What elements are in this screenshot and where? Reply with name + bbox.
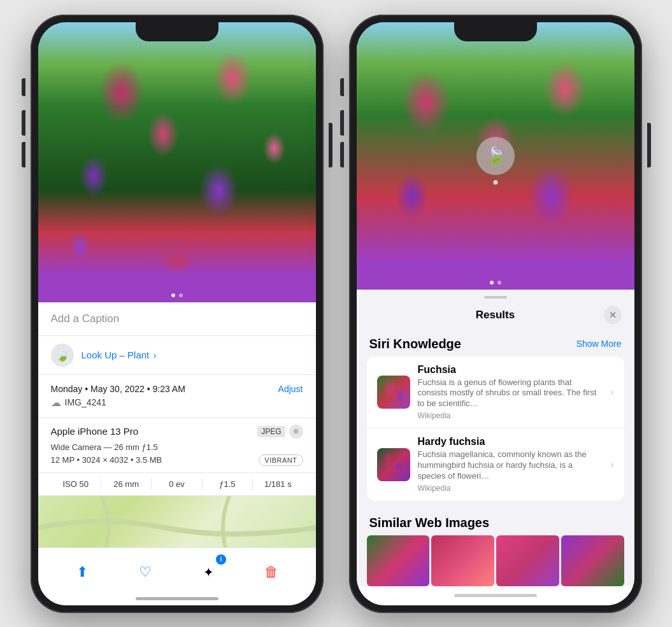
page-dot2-2: [497, 281, 501, 285]
volume-down-button-2[interactable]: [340, 142, 344, 167]
home-bar-2: [454, 594, 537, 597]
close-button[interactable]: ✕: [604, 306, 622, 324]
lookup-text: Look Up – Plant ›: [82, 349, 157, 360]
fuchsia-thumb: [377, 376, 410, 409]
power-button-2[interactable]: [647, 123, 651, 167]
page-dots-2: [357, 281, 634, 285]
filename-text: IMG_4241: [65, 397, 106, 407]
format-badge: JPEG: [257, 426, 285, 437]
lookup-row[interactable]: 🍃 Look Up – Plant ›: [38, 336, 316, 375]
fuchsia-photo: [38, 22, 316, 302]
photo-area: [38, 22, 316, 302]
fuchsia-source: Wikipedia: [418, 411, 603, 420]
notch: [136, 22, 218, 41]
volume-up-button-2[interactable]: [340, 110, 344, 136]
info-badge: i: [216, 554, 226, 565]
siri-knowledge-title: Siri Knowledge: [369, 337, 461, 351]
web-image-3[interactable]: [496, 535, 559, 586]
fuchsia-card[interactable]: Fuchsia Fuchsia is a genus of flowering …: [367, 356, 624, 429]
home-indicator: [136, 597, 218, 600]
volume-down-button[interactable]: [22, 142, 25, 167]
power-button[interactable]: [329, 123, 332, 167]
mute-button[interactable]: [22, 78, 25, 96]
lookup-icon: 🍃: [51, 344, 74, 367]
leaf-lookup-icon: 🍃: [55, 348, 69, 362]
cloud-icon: ☁: [51, 397, 61, 409]
exif-iso: ISO 50: [51, 478, 101, 490]
phone-2: 🍃 Results ✕ Siri Knowledge Sho: [349, 15, 642, 613]
filename-row: ☁ IMG_4241: [51, 397, 303, 409]
page-dot-1: [171, 293, 175, 297]
similar-web-images-section: Similar Web Images: [357, 500, 634, 586]
fuchsia-chevron-icon: ›: [610, 386, 613, 398]
phone2-screen: 🍃 Results ✕ Siri Knowledge Sho: [357, 22, 634, 605]
hardy-thumb-img: [377, 448, 410, 481]
heart-icon: ♡: [139, 564, 152, 581]
mp-info: 12 MP • 3024 × 4032 • 3.5 MB: [51, 455, 162, 465]
caption-area[interactable]: Add a Caption: [38, 302, 316, 336]
device-name: Apple iPhone 13 Pro: [51, 426, 139, 437]
results-sheet: Results ✕ Siri Knowledge Show More Fuchs…: [357, 290, 634, 586]
metadata-section: Monday • May 30, 2022 • 9:23 AM Adjust ☁…: [38, 375, 316, 418]
hardy-content: Hardy fuchsia Fuchsia magellanica, commo…: [418, 436, 603, 493]
fuchsia-content: Fuchsia Fuchsia is a genus of flowering …: [418, 364, 603, 421]
photo-date: Monday • May 30, 2022 • 9:23 AM: [51, 384, 185, 394]
info-button[interactable]: ✦ i: [194, 558, 222, 586]
fuchsia-description: Fuchsia is a genus of flowering plants t…: [418, 377, 603, 410]
web-images-title: Similar Web Images: [369, 516, 490, 530]
knowledge-cards: Fuchsia Fuchsia is a genus of flowering …: [367, 356, 624, 500]
share-button[interactable]: ⬆: [68, 558, 96, 586]
leaf-icon: 🍃: [485, 146, 506, 166]
hardy-description: Fuchsia magellanica, commonly known as t…: [418, 449, 603, 482]
trash-icon: 🗑: [264, 564, 278, 581]
exif-ev: 0 ev: [152, 478, 202, 490]
web-images-header: Similar Web Images: [357, 508, 634, 535]
camera-details: Wide Camera — 26 mm ƒ1.5: [51, 442, 303, 452]
delete-button[interactable]: 🗑: [257, 558, 285, 586]
exif-aperture: ƒ1.5: [203, 478, 253, 490]
phone1-screen: Add a Caption 🍃 Look Up – Plant › Monday…: [38, 22, 316, 605]
map-area[interactable]: [38, 496, 316, 547]
notch-2: [454, 22, 537, 41]
photo2-area: 🍃: [357, 22, 634, 290]
exif-row: ISO 50 26 mm 0 ev ƒ1.5 1/181 s: [38, 473, 316, 496]
web-image-2[interactable]: [431, 535, 494, 586]
hardy-thumb: [377, 448, 410, 481]
show-more-button[interactable]: Show More: [576, 339, 622, 349]
siri-knowledge-header: Siri Knowledge Show More: [357, 329, 634, 356]
fuchsia-title: Fuchsia: [418, 364, 603, 376]
sparkle-icon: ✦: [203, 565, 214, 580]
mute-button-2[interactable]: [340, 78, 344, 96]
exif-shutter: 1/181 s: [253, 478, 303, 490]
sheet-header: Results ✕: [357, 299, 634, 329]
hardy-chevron-icon: ›: [610, 459, 613, 470]
hardy-source: Wikipedia: [418, 484, 603, 493]
web-images-grid: [357, 535, 634, 586]
page-dots: [38, 293, 316, 297]
exif-focal: 26 mm: [101, 478, 152, 490]
lookup-dot: [493, 180, 497, 185]
location-icon: ⊕: [289, 425, 303, 439]
page-dot2-1: [490, 281, 494, 285]
share-icon: ⬆: [76, 564, 88, 581]
caption-placeholder[interactable]: Add a Caption: [51, 313, 120, 325]
device-section: Apple iPhone 13 Pro JPEG ⊕ Wide Camera —…: [38, 418, 316, 473]
web-image-4[interactable]: [561, 535, 624, 586]
visual-lookup-button[interactable]: 🍃: [476, 137, 515, 175]
volume-up-button[interactable]: [22, 110, 25, 136]
favorite-button[interactable]: ♡: [131, 558, 159, 586]
page-dot-2: [179, 293, 183, 297]
hardy-fuchsia-card[interactable]: Hardy fuchsia Fuchsia magellanica, commo…: [367, 428, 624, 500]
fuchsia-thumb-img: [377, 376, 410, 409]
adjust-button[interactable]: Adjust: [278, 384, 303, 394]
home-indicator-2: [357, 586, 634, 605]
phone-1: Add a Caption 🍃 Look Up – Plant › Monday…: [31, 15, 324, 613]
results-title: Results: [387, 309, 604, 321]
hardy-title: Hardy fuchsia: [418, 436, 603, 447]
web-image-1[interactable]: [367, 535, 430, 586]
vibrant-badge: VIBRANT: [259, 454, 303, 466]
